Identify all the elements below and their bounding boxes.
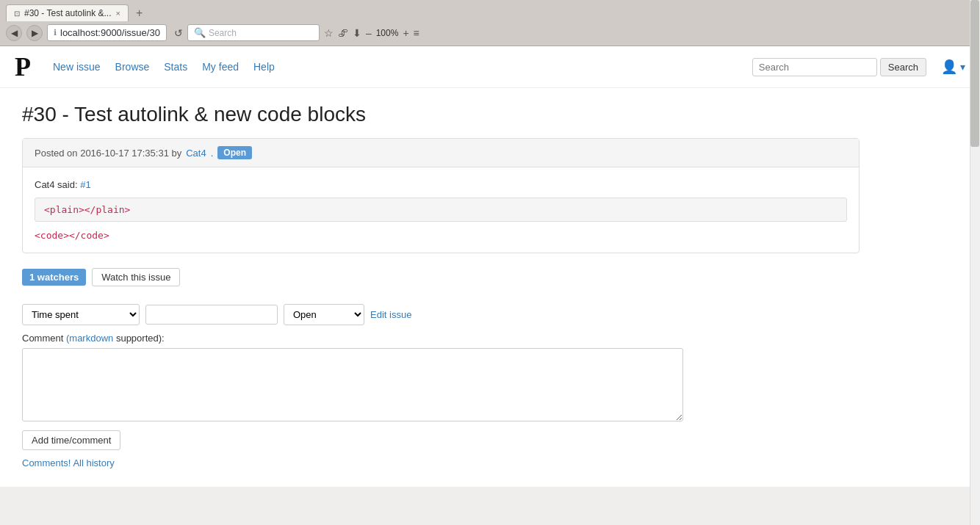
- main-nav: New issue Browse Stats My feed Help: [53, 61, 738, 73]
- status-badge: Open: [217, 146, 252, 159]
- bookmark-icon[interactable]: ☆: [324, 27, 334, 39]
- user-caret-icon: ▾: [960, 61, 965, 73]
- nav-help[interactable]: Help: [253, 61, 275, 73]
- watchers-badge: 1 watchers: [22, 269, 86, 286]
- nav-new-issue[interactable]: New issue: [53, 61, 101, 73]
- markdown-suffix: supported):: [116, 333, 165, 344]
- forward-icon: ▶: [32, 28, 38, 38]
- app-logo[interactable]: Ρ: [15, 54, 31, 80]
- app-header: Ρ New issue Browse Stats My feed Help Se…: [0, 46, 980, 88]
- forward-button[interactable]: ▶: [26, 25, 43, 41]
- comment-header: Cat4 said: #1: [35, 179, 847, 190]
- issue-title: #30 - Test autolink & new code blocks: [22, 103, 860, 126]
- nav-my-feed[interactable]: My feed: [202, 61, 239, 73]
- issue-ref-link[interactable]: #1: [80, 179, 90, 190]
- status-select[interactable]: Open Closed In Progress: [284, 304, 364, 325]
- tab-bar: ⊡ #30 - Test autolink &... × +: [6, 4, 419, 21]
- code-inline-text: <code></code>: [35, 230, 109, 241]
- nav-stats[interactable]: Stats: [164, 61, 187, 73]
- header-search-button[interactable]: Search: [880, 58, 926, 76]
- info-icon: ℹ: [54, 28, 57, 37]
- posted-text: Posted on 2016-10-17 17:35:31 by: [35, 148, 181, 159]
- new-tab-button[interactable]: +: [131, 5, 147, 21]
- scrollbar-thumb[interactable]: [970, 0, 979, 147]
- comments-history-row: Comments! All history: [22, 457, 860, 468]
- address-bar-row: ◀ ▶ ℹ localhost:9000/issue/30 ↺ 🔍 Search…: [6, 24, 419, 41]
- markdown-link[interactable]: (markdown: [66, 333, 113, 344]
- author-link[interactable]: Cat4: [186, 148, 206, 159]
- watchers-row: 1 watchers Watch this issue: [22, 268, 860, 286]
- browser-chrome: ⊡ #30 - Test autolink &... × + ◀ ▶ ℹ loc…: [0, 0, 980, 46]
- comments-link[interactable]: Comments!: [22, 457, 71, 468]
- browser-search-placeholder: Search: [209, 28, 237, 38]
- nav-browse[interactable]: Browse: [115, 61, 150, 73]
- main-content: #30 - Test autolink & new code blocks Po…: [0, 88, 882, 483]
- tab-page-icon: ⊡: [14, 10, 20, 18]
- user-avatar-icon: 👤: [941, 59, 957, 75]
- issue-meta: Posted on 2016-10-17 17:35:31 by Cat4 . …: [23, 139, 859, 167]
- time-spent-input[interactable]: [145, 305, 278, 325]
- browser-toolbar: ☆ 🖇 ⬇ – 100% + ≡: [324, 27, 419, 39]
- code-preformatted-block: <plain></plain>: [35, 198, 847, 222]
- code-inline-block: <code></code>: [35, 229, 847, 241]
- comment-textarea[interactable]: [22, 348, 683, 421]
- search-icon-browser: 🔍: [194, 27, 206, 38]
- active-tab[interactable]: ⊡ #30 - Test autolink &... ×: [6, 4, 129, 21]
- back-icon: ◀: [11, 28, 18, 38]
- page-wrapper: Ρ New issue Browse Stats My feed Help Se…: [0, 46, 980, 487]
- back-button[interactable]: ◀: [6, 25, 22, 41]
- edit-issue-link[interactable]: Edit issue: [370, 309, 411, 320]
- header-search-input[interactable]: [752, 58, 877, 76]
- action-row: Time spent Open Closed In Progress Edit …: [22, 304, 860, 325]
- add-comment-button[interactable]: Add time/comment: [22, 430, 120, 450]
- address-url: localhost:9000/issue/30: [60, 27, 160, 38]
- comment-text-label: Comment: [22, 333, 63, 344]
- tab-close-button[interactable]: ×: [116, 9, 120, 18]
- browser-search-box[interactable]: 🔍 Search: [187, 24, 320, 41]
- comment-author-label: Cat4 said:: [35, 179, 80, 190]
- download-icon[interactable]: ⬇: [353, 27, 361, 39]
- tab-title: #30 - Test autolink &...: [24, 8, 112, 18]
- address-bar[interactable]: ℹ localhost:9000/issue/30: [47, 24, 167, 41]
- user-menu-button[interactable]: 👤 ▾: [941, 59, 965, 75]
- issue-card: Posted on 2016-10-17 17:35:31 by Cat4 . …: [22, 138, 860, 253]
- meta-period: .: [211, 148, 214, 159]
- watch-issue-button[interactable]: Watch this issue: [92, 268, 180, 286]
- header-search-form: Search: [752, 58, 926, 76]
- all-history-link[interactable]: All history: [73, 457, 114, 468]
- issue-body: Cat4 said: #1 <plain></plain> <code></co…: [23, 167, 859, 253]
- zoom-level: 100%: [376, 28, 399, 38]
- reload-button[interactable]: ↺: [174, 27, 183, 39]
- clip-icon[interactable]: 🖇: [338, 27, 348, 39]
- time-spent-select[interactable]: Time spent: [22, 304, 140, 325]
- zoom-plus-icon[interactable]: +: [403, 27, 408, 39]
- zoom-minus-icon[interactable]: –: [366, 27, 372, 39]
- comment-label: Comment (markdown supported):: [22, 333, 860, 344]
- hamburger-menu-icon[interactable]: ≡: [414, 27, 419, 39]
- scrollbar[interactable]: [970, 0, 980, 487]
